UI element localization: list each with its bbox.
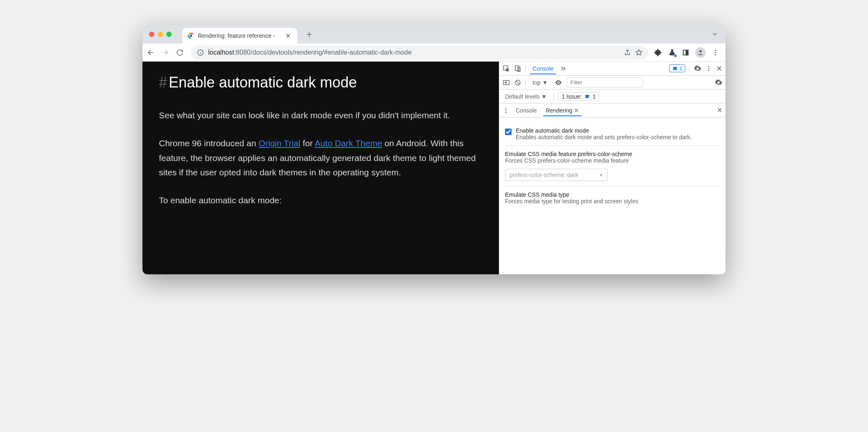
svg-point-6 bbox=[715, 50, 716, 51]
console-settings-gear-icon[interactable] bbox=[715, 79, 722, 86]
dropdown-caret-icon: ▼ bbox=[541, 93, 547, 100]
omnibox[interactable]: localhost:8080/docs/devtools/rendering/#… bbox=[191, 46, 648, 60]
levels-label: Default levels bbox=[505, 93, 540, 100]
back-button[interactable] bbox=[147, 48, 158, 57]
live-expression-icon[interactable] bbox=[554, 78, 563, 87]
menu-icon[interactable] bbox=[712, 49, 719, 56]
tab-title: Rendering: feature reference - bbox=[198, 32, 280, 39]
origin-trial-link[interactable]: Origin Trial bbox=[259, 138, 301, 148]
maximize-window-button[interactable] bbox=[166, 32, 172, 37]
chrome-favicon-icon bbox=[187, 32, 195, 39]
devtools-panel: Console 1 ✕ bbox=[499, 62, 726, 274]
page-content: #Enable automatic dark mode See what you… bbox=[142, 62, 499, 274]
minimize-window-button[interactable] bbox=[158, 32, 163, 37]
toolbar: localhost:8080/docs/devtools/rendering/#… bbox=[142, 44, 726, 62]
page-heading: #Enable automatic dark mode bbox=[159, 70, 482, 95]
more-tabs-icon[interactable] bbox=[560, 65, 567, 72]
close-window-button[interactable] bbox=[149, 32, 154, 37]
kebab-menu-icon[interactable] bbox=[705, 65, 712, 72]
setting-title: Emulate CSS media type bbox=[505, 191, 720, 198]
url-host: localhost bbox=[208, 49, 234, 56]
console-filter-row: Default levels ▼ 1 Issue: 1 bbox=[499, 90, 726, 103]
heading-hash-icon: # bbox=[159, 74, 167, 91]
url-path: :8080/docs/devtools/rendering/#enable-au… bbox=[234, 49, 411, 56]
setting-title: Enable automatic dark mode bbox=[516, 127, 692, 134]
window-controls bbox=[149, 32, 172, 37]
separator bbox=[526, 78, 526, 87]
svg-point-13 bbox=[708, 68, 710, 69]
enable-auto-dark-mode-checkbox[interactable] bbox=[505, 129, 512, 135]
svg-point-5 bbox=[699, 50, 702, 53]
titlebar: Rendering: feature reference - ✕ ＋ bbox=[142, 25, 726, 44]
toolbar-actions bbox=[652, 47, 721, 58]
prefers-color-scheme-select[interactable]: prefers-color-scheme: dark ▼ bbox=[505, 169, 608, 181]
inspect-element-icon[interactable] bbox=[503, 65, 510, 72]
setting-emulate-media-type: Emulate CSS media type Forces media type… bbox=[505, 186, 720, 209]
context-label: top bbox=[533, 79, 540, 86]
settings-gear-icon[interactable] bbox=[694, 65, 701, 72]
auto-dark-theme-link[interactable]: Auto Dark Theme bbox=[315, 138, 382, 148]
new-tab-button[interactable]: ＋ bbox=[301, 28, 318, 40]
setting-title: Emulate CSS media feature prefers-color-… bbox=[505, 151, 720, 157]
extensions-icon[interactable] bbox=[654, 48, 662, 57]
drawer-tabs: Console Rendering ✕ ✕ bbox=[499, 103, 726, 117]
devtools-close-icon[interactable]: ✕ bbox=[716, 64, 722, 73]
drawer-tab-rendering-label: Rendering bbox=[546, 107, 572, 114]
issues-indicator[interactable]: 1 Issue: 1 bbox=[558, 92, 599, 101]
drawer-tab-console[interactable]: Console bbox=[513, 105, 539, 116]
filter-input[interactable] bbox=[567, 78, 643, 87]
bookmark-icon[interactable] bbox=[635, 49, 643, 56]
page-paragraph-3: To enable automatic dark mode: bbox=[159, 193, 482, 208]
select-value: prefers-color-scheme: dark bbox=[510, 172, 578, 178]
browser-tab[interactable]: Rendering: feature reference - ✕ bbox=[182, 28, 297, 44]
clear-console-icon[interactable] bbox=[514, 79, 521, 86]
tab-console[interactable]: Console bbox=[530, 63, 556, 74]
setting-enable-auto-dark-mode: Enable automatic dark mode Enables autom… bbox=[505, 122, 720, 146]
log-levels-selector[interactable]: Default levels ▼ bbox=[503, 91, 549, 102]
svg-point-7 bbox=[715, 52, 716, 53]
console-toolbar: top ▼ bbox=[499, 76, 726, 90]
reload-button[interactable] bbox=[176, 49, 188, 56]
svg-point-14 bbox=[708, 70, 710, 71]
tab-close-button[interactable]: ✕ bbox=[284, 32, 292, 40]
profile-avatar[interactable] bbox=[695, 47, 706, 58]
drawer-tab-rendering[interactable]: Rendering ✕ bbox=[543, 105, 581, 116]
labs-icon[interactable] bbox=[668, 48, 676, 57]
svg-point-17 bbox=[558, 82, 559, 83]
page-paragraph-2: Chrome 96 introduced an Origin Trial for… bbox=[159, 136, 482, 180]
svg-rect-4 bbox=[686, 50, 688, 55]
issues-label: 1 Issue: bbox=[562, 93, 582, 100]
separator bbox=[689, 64, 690, 73]
rendering-drawer: Enable automatic dark mode Enables autom… bbox=[499, 117, 726, 214]
context-selector[interactable]: top ▼ bbox=[530, 77, 550, 88]
heading-text: Enable automatic dark mode bbox=[169, 74, 357, 91]
setting-emulate-prefers-color-scheme: Emulate CSS media feature prefers-color-… bbox=[505, 146, 720, 186]
svg-point-1 bbox=[190, 34, 192, 37]
content-area: #Enable automatic dark mode See what you… bbox=[142, 62, 726, 274]
svg-point-19 bbox=[505, 110, 507, 111]
separator bbox=[526, 64, 526, 73]
drawer-close-icon[interactable]: ✕ bbox=[717, 106, 722, 114]
setting-description: Enables automatic dark mode and sets pre… bbox=[516, 134, 692, 140]
dropdown-caret-icon: ▼ bbox=[542, 79, 548, 86]
device-toggle-icon[interactable] bbox=[514, 65, 521, 72]
p2-text-a: Chrome 96 introduced an bbox=[159, 138, 259, 148]
console-sidebar-toggle-icon[interactable] bbox=[503, 79, 510, 86]
drawer-menu-icon[interactable] bbox=[503, 107, 509, 114]
tab-close-icon[interactable]: ✕ bbox=[574, 107, 579, 114]
url-text: localhost:8080/docs/devtools/rendering/#… bbox=[208, 49, 620, 56]
site-info-icon[interactable] bbox=[197, 49, 204, 56]
separator bbox=[553, 92, 554, 101]
svg-point-12 bbox=[708, 66, 710, 67]
p2-text-b: for bbox=[300, 138, 315, 148]
svg-rect-10 bbox=[515, 66, 519, 71]
share-icon[interactable] bbox=[624, 49, 631, 56]
tabs-dropdown-icon[interactable] bbox=[712, 31, 721, 37]
setting-description: Forces media type for testing print and … bbox=[505, 198, 720, 205]
svg-point-18 bbox=[505, 108, 507, 109]
forward-button[interactable] bbox=[161, 48, 173, 57]
page-paragraph-1: See what your site can look like in dark… bbox=[159, 108, 482, 123]
reading-list-icon[interactable] bbox=[682, 49, 689, 56]
issues-badge[interactable]: 1 bbox=[669, 64, 685, 72]
browser-window: Rendering: feature reference - ✕ ＋ local… bbox=[142, 25, 726, 274]
